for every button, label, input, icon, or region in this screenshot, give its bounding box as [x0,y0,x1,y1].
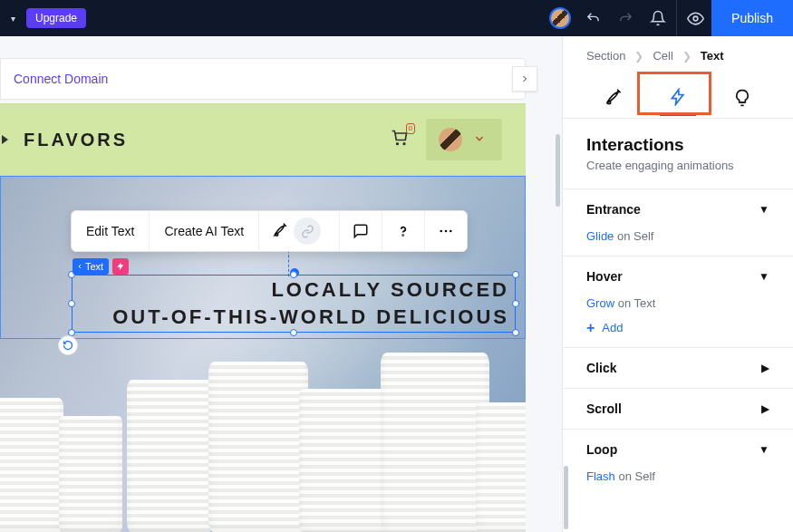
add-animation-button[interactable]: +Add [586,310,769,334]
preview-button[interactable] [679,0,711,36]
panel-title: Interactions [563,119,793,159]
accordion-hover: Hover▼Grow on Text+Add [563,256,793,347]
svg-point-5 [440,230,443,233]
svg-point-7 [450,230,452,233]
top-bar: ▾ Upgrade Publish [0,0,793,36]
hero-background [0,353,526,532]
svg-point-2 [403,143,405,145]
scroll-tabs-right-button[interactable] [512,66,537,92]
accordion-head-loop[interactable]: Loop▼ [586,442,769,457]
create-ai-text-button[interactable]: Create AI Text [150,211,259,251]
accordion-head-scroll[interactable]: Scroll▶ [586,401,769,416]
upgrade-button[interactable]: Upgrade [26,8,86,28]
cart-button[interactable]: 0 [390,129,410,150]
svg-point-1 [397,143,399,145]
tab-design[interactable] [595,80,632,116]
breadcrumb-section[interactable]: Section [586,49,625,63]
animation-row[interactable]: Flash on Self [586,457,769,483]
svg-point-6 [445,230,448,233]
edit-text-button[interactable]: Edit Text [72,211,150,251]
breadcrumb-text[interactable]: Text [701,49,724,63]
avatar-icon [439,128,462,151]
panel-tabs [563,72,793,119]
menu-dropdown-icon[interactable]: ▾ [7,10,19,27]
right-panel: Section ❯ Cell ❯ Text Interactions Creat… [562,36,793,532]
site-header: FLAVORS 0 [0,103,526,176]
accordion-entrance: Entrance▼Glide on Self [563,189,793,256]
svg-point-0 [693,16,698,21]
accordion-loop: Loop▼Flash on Self [563,429,793,496]
chevron-right-icon: ❯ [682,50,691,63]
publish-button[interactable]: Publish [711,0,793,36]
breadcrumb-cell[interactable]: Cell [653,49,672,63]
breadcrumb: Section ❯ Cell ❯ Text [563,36,793,72]
hero-heading-line2: OUT-OF-THIS-WORLD DELICIOUS [112,304,509,331]
chevron-right-icon: ❯ [634,50,643,63]
cart-count-badge: 0 [406,123,415,134]
connect-domain-link[interactable]: Connect Domain [14,72,108,86]
more-button[interactable] [425,211,467,251]
accordion-head-hover[interactable]: Hover▼ [586,269,769,284]
floating-toolbar: Edit Text Create AI Text [71,210,468,252]
animation-row[interactable]: Glide on Self [586,217,769,243]
tab-interactions[interactable] [660,80,696,116]
canvas-scrollbar[interactable] [556,134,560,207]
comment-button[interactable] [340,211,382,251]
hero-heading-line1: LOCALLY SOURCED [271,276,509,304]
accordion-scroll: Scroll▶ [563,388,793,429]
svg-point-4 [402,235,403,236]
selection-tag[interactable]: Text [73,258,109,275]
chevron-down-icon [473,132,486,148]
site-title: FLAVORS [24,130,128,150]
accordion-click: Click▶ [563,347,793,388]
redo-button[interactable] [609,0,642,36]
accordion-head-click[interactable]: Click▶ [586,361,769,375]
design-button[interactable] [259,211,340,251]
help-button[interactable] [382,211,425,251]
user-dropdown[interactable] [426,119,502,160]
notifications-button[interactable] [642,0,674,36]
canvas[interactable]: Connect Domain FLAVORS 0 [0,36,562,532]
avatar-icon [549,7,571,29]
text-selection[interactable]: LOCALLY SOURCED OUT-OF-THIS-WORLD DELICI… [72,275,516,333]
avatar-button[interactable] [544,0,576,36]
tab-tips[interactable] [724,80,760,116]
animation-row[interactable]: Grow on Text [586,284,769,310]
panel-subtitle: Create engaging animations [563,159,793,189]
link-icon [294,218,321,245]
reset-button[interactable] [58,335,78,355]
domain-bar: Connect Domain [0,58,526,100]
undo-button[interactable] [576,0,609,36]
panel-scrollbar[interactable] [564,466,568,529]
interactions-badge-icon[interactable] [112,258,129,275]
accordion-head-entrance[interactable]: Entrance▼ [586,202,769,217]
